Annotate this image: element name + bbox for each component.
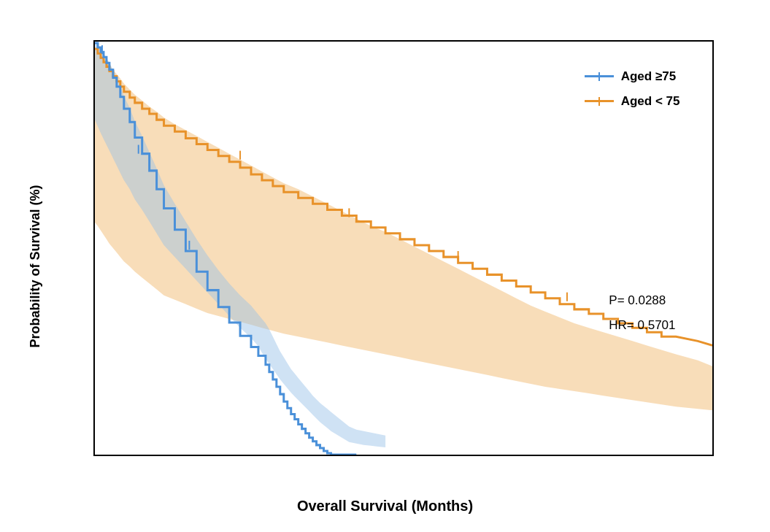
legend-line-orange	[585, 100, 614, 102]
legend-label-blue: Aged ≥75	[621, 69, 676, 84]
plot-area: 0 20 40 60 80 100 0 10 20 30 40	[93, 40, 714, 456]
p-value: P= 0.0288	[609, 288, 675, 313]
x-axis-label: Overall Survival (Months)	[297, 498, 473, 514]
y-axis-label: Probability of Survival (%)	[27, 185, 42, 347]
legend-tick-blue	[598, 72, 600, 81]
x-tick-mark-30	[558, 455, 559, 456]
x-tick-mark-10	[249, 455, 250, 456]
chart-wrapper: Probability of Survival (%) Overall Surv…	[42, 26, 728, 507]
chart-legend: Aged ≥75 Aged < 75	[574, 63, 690, 125]
legend-label-orange: Aged < 75	[621, 94, 680, 109]
x-tick-mark-0	[95, 455, 96, 456]
stats-block: P= 0.0288 HR= 0.5701	[609, 288, 675, 338]
hr-value: HR= 0.5701	[609, 313, 675, 338]
chart-container: Probability of Survival (%) Overall Surv…	[20, 11, 750, 522]
legend-item-blue: Aged ≥75	[585, 69, 680, 84]
legend-line-blue	[585, 75, 614, 77]
legend-tick-orange	[598, 97, 600, 106]
x-tick-mark-20	[404, 455, 405, 456]
x-tick-mark-40	[712, 455, 714, 456]
legend-item-orange: Aged < 75	[585, 94, 680, 109]
